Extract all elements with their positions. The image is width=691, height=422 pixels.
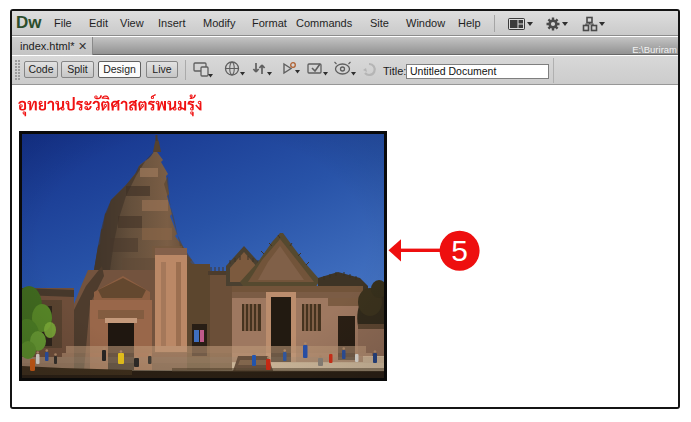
svg-text:5: 5 (451, 234, 468, 267)
